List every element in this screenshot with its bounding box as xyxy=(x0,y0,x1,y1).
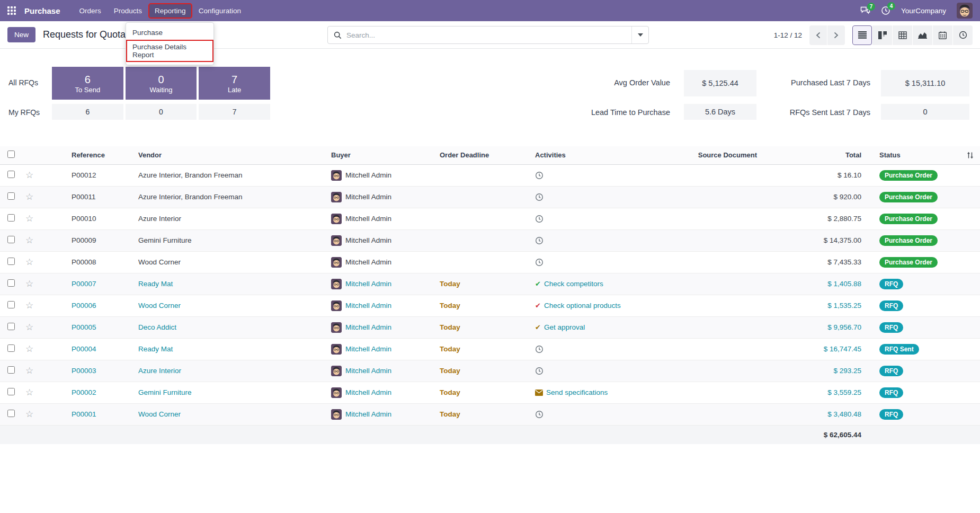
pager-previous-button[interactable] xyxy=(809,25,827,45)
favorite-star-icon[interactable]: ☆ xyxy=(25,409,33,419)
activity-clock-icon[interactable] xyxy=(535,367,544,375)
table-row[interactable]: ☆ P00006 Wood Corner xyxy=(0,295,980,316)
favorite-star-icon[interactable]: ☆ xyxy=(25,322,33,332)
row-checkbox[interactable] xyxy=(7,388,15,395)
activity-check-icon[interactable]: ✔ xyxy=(535,302,541,309)
messages-icon[interactable]: 7 xyxy=(860,6,870,15)
activity-summary[interactable]: Get approval xyxy=(544,323,585,331)
activity-summary[interactable]: Check competitors xyxy=(544,280,603,288)
avg-order-value[interactable]: $ 5,125.44 xyxy=(684,70,756,96)
menu-item-purchase[interactable]: Purchase xyxy=(126,25,213,40)
my-late[interactable]: 7 xyxy=(199,104,270,120)
row-checkbox[interactable] xyxy=(7,344,15,352)
apps-grid-icon[interactable] xyxy=(7,6,16,15)
nav-item-orders[interactable]: Orders xyxy=(74,4,106,17)
search-input[interactable] xyxy=(346,31,631,39)
row-checkbox[interactable] xyxy=(7,323,15,330)
activity-mail-icon[interactable] xyxy=(535,390,543,396)
lead-time-value[interactable]: 5.6 Days xyxy=(684,104,756,120)
new-button[interactable]: New xyxy=(7,27,35,42)
table-row[interactable]: ☆ P00009 Gemini Furniture xyxy=(0,229,980,251)
row-checkbox[interactable] xyxy=(7,236,15,243)
row-activities[interactable] xyxy=(531,229,655,251)
tile-to-send[interactable]: 6 To Send xyxy=(52,67,123,100)
favorite-star-icon[interactable]: ☆ xyxy=(25,235,33,245)
company-switcher[interactable]: YourCompany xyxy=(901,7,946,15)
header-activities[interactable]: Activities xyxy=(531,146,655,164)
user-avatar[interactable] xyxy=(957,3,973,19)
activity-clock-icon[interactable] xyxy=(535,193,544,201)
favorite-star-icon[interactable]: ☆ xyxy=(25,192,33,202)
activity-check-icon[interactable]: ✔ xyxy=(535,280,541,288)
tile-late[interactable]: 7 Late xyxy=(199,67,270,100)
header-buyer[interactable]: Buyer xyxy=(327,146,435,164)
row-activities[interactable] xyxy=(531,186,655,208)
row-checkbox[interactable] xyxy=(7,366,15,374)
app-name[interactable]: Purchase xyxy=(24,6,60,15)
activity-clock-icon[interactable] xyxy=(535,215,544,223)
row-activities[interactable]: Send specifications xyxy=(531,382,655,403)
header-reference[interactable]: Reference xyxy=(67,146,134,164)
row-checkbox[interactable] xyxy=(7,258,15,265)
nav-item-products[interactable]: Products xyxy=(109,4,147,17)
table-row[interactable]: ☆ P00004 Ready Mat xyxy=(0,338,980,360)
optional-columns-icon[interactable] xyxy=(960,152,980,159)
view-calendar-button[interactable] xyxy=(933,25,952,45)
my-to-send[interactable]: 6 xyxy=(52,104,123,120)
row-activities[interactable]: ✔ Get approval xyxy=(531,316,655,338)
row-checkbox[interactable] xyxy=(7,192,15,200)
header-source-document[interactable]: Source Document xyxy=(655,146,782,164)
favorite-star-icon[interactable]: ☆ xyxy=(25,300,33,311)
activity-check-icon[interactable]: ✔ xyxy=(535,323,541,331)
favorite-star-icon[interactable]: ☆ xyxy=(25,279,33,289)
tile-waiting[interactable]: 0 Waiting xyxy=(126,67,197,100)
favorite-star-icon[interactable]: ☆ xyxy=(25,344,33,354)
table-row[interactable]: ☆ P00001 Wood Corner xyxy=(0,403,980,425)
activity-clock-icon[interactable] xyxy=(535,258,544,267)
table-row[interactable]: ☆ P00003 Azure Interior xyxy=(0,360,980,382)
row-activities[interactable] xyxy=(531,164,655,186)
search-dropdown-toggle[interactable] xyxy=(631,26,648,43)
view-kanban-button[interactable] xyxy=(872,25,892,45)
favorite-star-icon[interactable]: ☆ xyxy=(25,387,33,397)
header-total[interactable]: Total xyxy=(782,146,875,164)
row-checkbox[interactable] xyxy=(7,171,15,178)
activities-clock-icon[interactable]: 4 xyxy=(881,6,890,15)
favorite-star-icon[interactable]: ☆ xyxy=(25,257,33,267)
row-activities[interactable] xyxy=(531,338,655,360)
row-activities[interactable] xyxy=(531,360,655,382)
table-row[interactable]: ☆ P00008 Wood Corner xyxy=(0,251,980,273)
favorite-star-icon[interactable]: ☆ xyxy=(25,366,33,376)
favorite-star-icon[interactable]: ☆ xyxy=(25,170,33,180)
row-activities[interactable] xyxy=(531,251,655,273)
row-activities[interactable] xyxy=(531,208,655,229)
table-row[interactable]: ☆ P00010 Azure Interior xyxy=(0,208,980,229)
header-order-deadline[interactable]: Order Deadline xyxy=(435,146,531,164)
row-checkbox[interactable] xyxy=(7,410,15,417)
row-checkbox[interactable] xyxy=(7,214,15,222)
header-vendor[interactable]: Vendor xyxy=(134,146,327,164)
my-waiting[interactable]: 0 xyxy=(126,104,197,120)
header-status[interactable]: Status xyxy=(875,146,960,164)
select-all-checkbox[interactable] xyxy=(7,151,15,158)
table-row[interactable]: ☆ P00012 Azure Interior, Brandon Freeman xyxy=(0,164,980,186)
row-checkbox[interactable] xyxy=(7,301,15,308)
view-pivot-button[interactable] xyxy=(893,25,912,45)
table-row[interactable]: ☆ P00007 Ready Mat xyxy=(0,273,980,295)
rfqs-sent-7days-value[interactable]: 0 xyxy=(881,104,969,120)
favorite-star-icon[interactable]: ☆ xyxy=(25,214,33,224)
purchased-7days-value[interactable]: $ 15,311.10 xyxy=(881,70,969,96)
row-activities[interactable]: ✔ Check optional products xyxy=(531,295,655,316)
activity-clock-icon[interactable] xyxy=(535,345,544,353)
activity-summary[interactable]: Check optional products xyxy=(544,302,621,309)
table-row[interactable]: ☆ P00002 Gemini Furniture xyxy=(0,382,980,403)
activity-clock-icon[interactable] xyxy=(535,236,544,245)
nav-item-configuration[interactable]: Configuration xyxy=(193,4,246,17)
table-row[interactable]: ☆ P00005 Deco Addict xyxy=(0,316,980,338)
activity-summary[interactable]: Send specifications xyxy=(546,388,608,396)
table-row[interactable]: ☆ P00011 Azure Interior, Brandon Freeman xyxy=(0,186,980,208)
activity-clock-icon[interactable] xyxy=(535,171,544,180)
pager-next-button[interactable] xyxy=(827,25,845,45)
activity-clock-icon[interactable] xyxy=(535,410,544,419)
menu-item-purchase-details-report[interactable]: Purchase Details Report xyxy=(126,40,213,62)
